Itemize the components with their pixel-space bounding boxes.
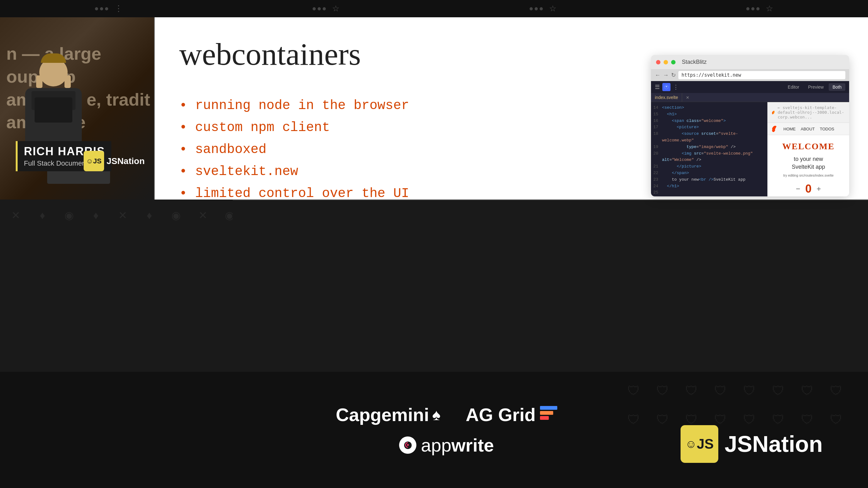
appwrite-write-text: write <box>451 435 494 455</box>
browser-dot-green[interactable] <box>671 60 676 64</box>
top-bar: ⋮ ☆ ☆ ☆ <box>0 0 868 17</box>
preview-nav-home[interactable]: HOME <box>783 127 796 131</box>
top-bar-icon-3: ☆ <box>549 4 556 13</box>
preview-nav-todos[interactable]: TODOS <box>820 127 834 131</box>
appwrite-name: appwrite <box>421 434 494 456</box>
svelte-flame-icon <box>771 125 778 132</box>
browser-title: StackBlitz <box>682 59 707 65</box>
sponsor-aggrid: AG Grid <box>466 404 557 425</box>
stackblitz-content: index.svelte ✕ 14<section> 15 <h1> 16 <s… <box>651 93 849 196</box>
aggrid-name: AG Grid <box>466 404 535 425</box>
aggrid-logo-icon <box>540 406 557 423</box>
top-bar-icon-2: ☆ <box>332 4 339 13</box>
stackblitz-tabs: Editor Preview Both <box>784 83 845 91</box>
capgemini-symbol: ♠ <box>432 406 441 424</box>
sponsor-bar: 🛡🛡🛡🛡 🛡🛡🛡🛡 🛡🛡🛡🛡 🛡🛡🛡🛡 Capgemini ♠ AG Grid <box>0 372 868 488</box>
js-badge-right: ☺JS <box>681 425 718 463</box>
preview-navigation: HOME ABOUT TODOS <box>768 123 849 135</box>
preview-content-area: WELCOME to your newSvelteKit app try edi… <box>768 135 849 196</box>
browser-refresh-btn[interactable]: ↻ <box>671 72 676 78</box>
sponsors-row-1: Capgemini ♠ AG Grid <box>336 404 557 425</box>
browser-forward-btn[interactable]: → <box>663 72 669 78</box>
presenter-head <box>39 58 68 87</box>
browser-dot-red[interactable] <box>656 60 660 64</box>
appwrite-icon <box>399 436 416 454</box>
preview-subtitle: to your newSvelteKit app <box>792 155 825 171</box>
jsnation-text-left: JSNation <box>106 156 145 166</box>
sb-logo-icon <box>662 83 671 91</box>
tab-preview[interactable]: Preview <box>804 83 828 91</box>
file-tab-index[interactable]: index.svelte <box>651 93 682 102</box>
tab-editor[interactable]: Editor <box>784 83 803 91</box>
browser-navbar: ← → ↻ https://sveltekit.new <box>651 69 849 81</box>
jsnation-logo-right: ☺JS JSNation <box>673 425 830 463</box>
svg-point-3 <box>407 444 409 446</box>
top-bar-section-2: ☆ <box>313 4 339 13</box>
tab-both[interactable]: Both <box>829 83 845 91</box>
jsnation-logo-left: ☺JS JSNation <box>84 151 145 171</box>
left-lower-bg: ✕ ♦ ◉ ♦ ✕ ♦ ◉ ✕ ◉ <box>0 199 233 316</box>
browser-url-bar[interactable]: https://sveltekit.new <box>678 71 845 79</box>
stackblitz-toolbar: ☰ ⋮ Editor Preview Both <box>651 81 849 93</box>
preview-url: ← sveltejs-kit-template-default-olhroj--… <box>778 105 845 120</box>
preview-nav-about[interactable]: ABOUT <box>801 127 815 131</box>
separator-v-1 <box>154 17 155 199</box>
counter-value: 0 <box>805 182 811 195</box>
browser-titlebar: StackBlitz <box>651 55 849 69</box>
capgemini-name: Capgemini <box>336 404 429 425</box>
js-badge-left: ☺JS <box>84 151 104 171</box>
browser-dot-yellow[interactable] <box>663 60 668 64</box>
sb-menu-icon[interactable]: ☰ <box>655 84 660 91</box>
welcome-heading: WELCOME <box>782 141 834 152</box>
code-editor: 14<section> 15 <h1> 16 <span class="welc… <box>651 102 767 196</box>
sb-expand-icon[interactable]: ⋮ <box>673 84 679 91</box>
slide-panel: webcontainers • running node in the brow… <box>154 17 868 199</box>
svelte-logo-preview <box>771 108 775 117</box>
stackblitz-preview: ← sveltejs-kit-template-default-olhroj--… <box>767 102 849 196</box>
presenter-panel: n — a large oup of p ame lan e, tradit a… <box>0 17 154 199</box>
stackblitz-browser: StackBlitz ← → ↻ https://sveltekit.new ☰… <box>651 55 849 196</box>
jsnation-text-right: JSNation <box>724 431 823 457</box>
video-background: n — a large oup of p ame lan e, tradit a… <box>0 17 154 199</box>
browser-back-btn[interactable]: ← <box>655 72 660 78</box>
sponsor-appwrite: appwrite <box>399 434 494 456</box>
top-bar-section-1: ⋮ <box>95 4 123 13</box>
preview-edit-hint: try editing src/routes/index.svelte <box>783 173 833 177</box>
top-bar-icon-4: ☆ <box>766 4 773 13</box>
top-bar-section-4: ☆ <box>746 4 773 13</box>
counter-minus[interactable]: − <box>796 185 800 193</box>
top-bar-section-3: ☆ <box>530 4 556 13</box>
counter-area: − 0 + <box>796 182 821 195</box>
sponsors-row-2: appwrite <box>399 434 494 456</box>
top-bar-icon-1: ⋮ <box>115 4 123 13</box>
sponsor-capgemini: Capgemini ♠ <box>336 404 441 425</box>
counter-plus[interactable]: + <box>817 185 821 193</box>
appwrite-app-text: app <box>421 435 451 455</box>
